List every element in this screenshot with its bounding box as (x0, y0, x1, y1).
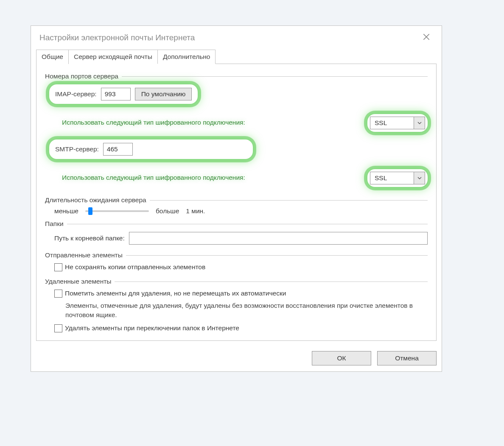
smtp-encryption-dropdown[interactable]: SSL (370, 172, 425, 184)
group-port-numbers-label: Номера портов сервера (45, 72, 118, 80)
no-save-sent-checkbox[interactable] (54, 263, 62, 271)
group-sent-items: Отправленные элементы (45, 251, 428, 259)
smtp-encryption-label: Использовать следующий тип шифрованного … (62, 171, 245, 184)
imap-encryption-wrap: SSL (367, 114, 428, 132)
tab-advanced[interactable]: Дополнительно (157, 50, 216, 64)
smtp-encryption-wrap: SSL (367, 169, 428, 187)
dialog-footer: ОК Отмена (31, 347, 442, 371)
titlebar: Настройки электронной почты Интернета (31, 26, 442, 49)
purge-on-switch-row: Удалять элементы при переключении папок … (45, 320, 428, 333)
smtp-row: SMTP-сервер: (49, 139, 253, 159)
group-timeout: Длительность ожидания сервера (45, 196, 428, 204)
ok-button[interactable]: ОК (312, 351, 371, 365)
no-save-sent-row: Не сохранять копии отправленных элементо… (45, 259, 428, 272)
imap-port-input[interactable] (101, 88, 131, 100)
no-save-sent-label: Не сохранять копии отправленных элементо… (65, 262, 205, 272)
slider-track (85, 210, 149, 212)
smtp-label: SMTP-сервер: (55, 145, 99, 153)
group-folders: Папки (45, 220, 428, 228)
default-ports-button[interactable]: По умолчанию (135, 88, 192, 100)
purge-on-switch-checkbox[interactable] (54, 324, 62, 332)
mark-for-delete-label: Пометить элементы для удаления, но не пе… (65, 289, 286, 298)
close-icon[interactable] (420, 31, 433, 44)
timeout-more-label: больше (156, 207, 179, 215)
chevron-down-icon (414, 172, 425, 184)
smtp-port-input[interactable] (103, 143, 133, 156)
cancel-button[interactable]: Отмена (377, 351, 437, 365)
slider-thumb[interactable] (88, 207, 92, 215)
imap-encryption-dropdown[interactable]: SSL (370, 117, 425, 129)
tab-outgoing-server[interactable]: Сервер исходящей почты (68, 50, 158, 64)
timeout-less-label: меньше (54, 207, 78, 215)
group-port-numbers: Номера портов сервера (45, 72, 428, 80)
group-deleted-items-label: Удаленные элементы (45, 278, 111, 285)
timeout-slider[interactable] (85, 207, 149, 215)
root-folder-input[interactable] (129, 232, 428, 245)
timeout-row: меньше больше 1 мин. (45, 204, 428, 217)
email-settings-dialog: Настройки электронной почты Интернета Об… (31, 25, 442, 372)
tab-strip: Общие Сервер исходящей почты Дополнитель… (36, 49, 437, 64)
mark-for-delete-row: Пометить элементы для удаления, но не пе… (45, 285, 428, 298)
tab-general[interactable]: Общие (36, 50, 69, 64)
group-sent-items-label: Отправленные элементы (45, 251, 123, 259)
tab-advanced-body: Номера портов сервера IMAP-сервер: По ум… (36, 64, 437, 341)
root-folder-label: Путь к корневой папке: (54, 234, 125, 242)
imap-encryption-value: SSL (370, 118, 414, 128)
mark-for-delete-checkbox[interactable] (54, 290, 62, 298)
purge-on-switch-label: Удалять элементы при переключении папок … (65, 323, 239, 333)
root-folder-row: Путь к корневой папке: (45, 228, 428, 246)
imap-row: IMAP-сервер: По умолчанию (49, 84, 198, 104)
smtp-encryption-value: SSL (370, 173, 414, 183)
group-timeout-label: Длительность ожидания сервера (45, 196, 146, 204)
imap-encryption-label: Использовать следующий тип шифрованного … (62, 116, 245, 129)
group-deleted-items: Удаленные элементы (45, 278, 428, 285)
group-folders-label: Папки (45, 220, 64, 228)
chevron-down-icon (414, 117, 425, 129)
dialog-title: Настройки электронной почты Интернета (39, 33, 195, 42)
mark-for-delete-note: Элементы, отмеченные для удаления, будут… (45, 298, 428, 320)
timeout-value-label: 1 мин. (186, 207, 205, 215)
imap-label: IMAP-сервер: (55, 90, 97, 98)
